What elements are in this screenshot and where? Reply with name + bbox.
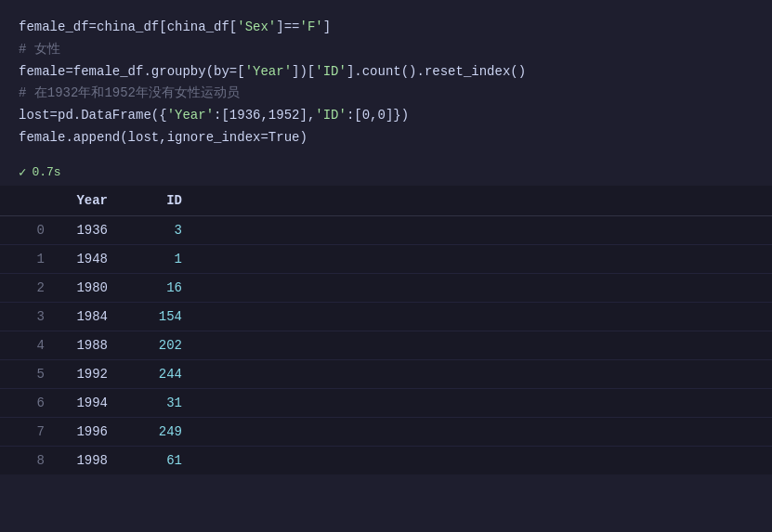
table-row: 4 1988 202 [0, 331, 772, 360]
code-line-5: lost=pd.DataFrame({'Year':[1936,1952],'I… [19, 105, 753, 127]
table-row: 1 1948 1 [0, 245, 772, 274]
row-index: 0 [19, 223, 52, 238]
row-id: 1 [126, 252, 182, 266]
row-id: 61 [126, 453, 182, 468]
row-id: 3 [126, 223, 182, 238]
code-text: :[1936,1952], [214, 105, 315, 127]
row-year: 1996 [52, 424, 126, 439]
row-year: 1988 [52, 338, 126, 353]
row-index: 1 [19, 252, 52, 266]
table-header-year: Year [52, 193, 126, 208]
row-id: 244 [126, 367, 182, 382]
row-id: 31 [126, 396, 182, 410]
success-line: ✓ 0.7s [0, 159, 772, 186]
code-comment: # 女性 [19, 39, 60, 61]
row-index: 3 [19, 309, 52, 324]
table-header-id: ID [126, 193, 182, 208]
code-string: 'ID' [315, 105, 347, 127]
code-block: female_df=china_df[china_df['Sex']=='F']… [0, 0, 772, 159]
table-header-row: Year ID [0, 186, 772, 216]
row-year: 1998 [52, 453, 126, 468]
row-id: 154 [126, 309, 182, 324]
code-line-4: # 在1932年和1952年没有女性运动员 [19, 83, 753, 105]
row-id: 16 [126, 280, 182, 295]
code-line-1: female_df=china_df[china_df['Sex']=='F'] [19, 17, 753, 39]
code-text: ].count().reset_index() [347, 61, 526, 84]
code-text: female=female_df.groupby(by=[ [19, 61, 245, 84]
row-year: 1980 [52, 280, 126, 295]
row-year: 1984 [52, 309, 126, 324]
table-body: 0 1936 3 1 1948 1 2 1980 16 3 1984 154 4… [0, 216, 772, 474]
row-index: 4 [19, 338, 52, 353]
row-year: 1994 [52, 396, 126, 410]
table-row: 5 1992 244 [0, 360, 772, 389]
row-index: 6 [19, 396, 52, 410]
row-index: 7 [19, 424, 52, 439]
code-text: lost=pd.DataFrame({ [19, 105, 167, 127]
row-id: 202 [126, 338, 182, 353]
code-text: ]== [276, 17, 299, 39]
table-row: 7 1996 249 [0, 418, 772, 447]
row-index: 5 [19, 367, 52, 382]
code-text: ])[ [292, 61, 315, 84]
row-year: 1936 [52, 223, 126, 238]
code-line-3: female=female_df.groupby(by=['Year'])['I… [19, 61, 753, 84]
code-string: 'F' [299, 17, 322, 39]
row-year: 1948 [52, 252, 126, 266]
table-row: 0 1936 3 [0, 216, 772, 245]
table-row: 6 1994 31 [0, 389, 772, 418]
table-row: 3 1984 154 [0, 303, 772, 331]
row-index: 2 [19, 280, 52, 295]
row-index: 8 [19, 453, 52, 468]
code-string: 'ID' [315, 61, 347, 84]
code-comment: # 在1932年和1952年没有女性运动员 [19, 83, 240, 105]
code-text: ] [323, 17, 331, 39]
code-line-6: female.append(lost,ignore_index=True) [19, 127, 753, 149]
code-text: female.append(lost,ignore_index=True) [19, 127, 307, 149]
code-string: 'Sex' [237, 17, 276, 39]
code-text: female_df=china_df[china_df[ [19, 17, 237, 39]
checkmark-icon: ✓ [19, 164, 26, 180]
row-year: 1992 [52, 367, 126, 382]
timing-text: 0.7s [32, 165, 60, 179]
table-row: 2 1980 16 [0, 274, 772, 303]
row-id: 249 [126, 424, 182, 439]
code-line-2: # 女性 [19, 39, 753, 61]
code-text: :[0,0]}) [347, 105, 409, 127]
code-string: 'Year' [167, 105, 214, 127]
code-string: 'Year' [245, 61, 292, 84]
table-row: 8 1998 61 [0, 447, 772, 474]
output-table: Year ID 0 1936 3 1 1948 1 2 1980 16 3 19… [0, 186, 772, 474]
